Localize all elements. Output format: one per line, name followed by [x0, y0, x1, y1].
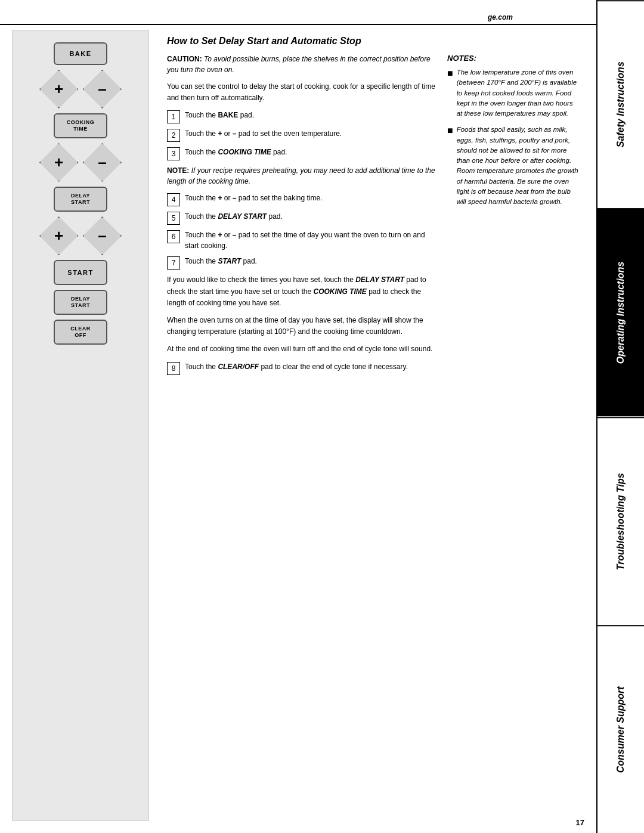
step-2: 2 Touch the + or – pad to set the oven t… [167, 128, 435, 142]
caution-label: CAUTION: [167, 55, 202, 63]
tab-operating-instructions[interactable]: Operating Instructions [597, 208, 644, 416]
tab-troubleshooting-label: Troubleshooting Tips [615, 473, 626, 570]
intro-text: You can set the control to delay the sta… [167, 81, 435, 104]
start-button[interactable]: START [54, 260, 107, 285]
tab-operating-label: Operating Instructions [615, 262, 626, 364]
step-8: 8 Touch the CLEAR/OFF pad to clear the e… [167, 361, 435, 375]
tab-consumer-label: Consumer Support [615, 686, 626, 773]
step-6: 6 Touch the + or – pad to set the time o… [167, 230, 435, 251]
section-title-text: How to Set Delay Start and Automatic Sto… [167, 36, 361, 46]
step-7-num: 7 [167, 256, 180, 270]
step-7: 7 Touch the START pad. [167, 256, 435, 270]
notes-item-2: ■ Foods that spoil easily, such as milk,… [447, 125, 578, 207]
step-5-num: 5 [167, 212, 180, 225]
tab-safety-label: Safety Instructions [615, 62, 626, 148]
notes-text-2: Foods that spoil easily, such as milk, e… [457, 125, 578, 207]
page-number: 17 [576, 818, 584, 827]
clear-off-button[interactable]: CLEAROFF [54, 320, 107, 345]
caution-block: CAUTION: To avoid possible burns, place … [167, 54, 435, 75]
caution-text: To avoid possible burns, place the shelv… [167, 55, 431, 74]
cooking-plus-button[interactable]: + [39, 143, 78, 182]
step-1-text: Touch the BAKE pad. [185, 110, 435, 120]
left-column: CAUTION: To avoid possible burns, place … [167, 54, 435, 380]
step-4-num: 4 [167, 193, 180, 206]
ge-logo: ge.com [488, 13, 513, 21]
step-2-num: 2 [167, 129, 180, 142]
end-text: At the end of cooking time the oven will… [167, 343, 435, 355]
tab-consumer-support[interactable]: Consumer Support [597, 625, 644, 833]
step-6-num: 6 [167, 230, 180, 243]
section-title: How to Set Delay Start and Automatic Sto… [167, 36, 578, 47]
step-8-num: 8 [167, 362, 180, 375]
step-7-text: Touch the START pad. [185, 256, 435, 267]
top-border [0, 24, 644, 25]
step-3: 3 Touch the COOKING TIME pad. [167, 147, 435, 160]
step-6-text: Touch the + or – pad to set the time of … [185, 230, 435, 251]
step-3-num: 3 [167, 147, 180, 160]
step-3-text: Touch the COOKING TIME pad. [185, 147, 435, 157]
bake-plus-minus-row: + – [18, 70, 143, 109]
two-col-layout: CAUTION: To avoid possible burns, place … [167, 54, 578, 380]
delay-plus-minus-row: + – [18, 216, 143, 255]
main-content: How to Set Delay Start and Automatic Sto… [155, 30, 590, 815]
cooking-time-button[interactable]: COOKINGTIME [54, 113, 107, 138]
bake-plus-button[interactable]: + [39, 70, 78, 109]
delay-minus-button[interactable]: – [83, 216, 122, 255]
delay-start-button-2[interactable]: DELAYSTART [54, 290, 107, 315]
notes-item-1: ■ The low temperature zone of this oven … [447, 67, 578, 119]
bake-minus-button[interactable]: – [83, 70, 122, 109]
right-notes-column: NOTES: ■ The low temperature zone of thi… [447, 54, 578, 380]
tab-safety-instructions[interactable]: Safety Instructions [597, 0, 644, 208]
cooking-plus-minus-row: + – [18, 143, 143, 182]
step-8-text: Touch the CLEAR/OFF pad to clear the end… [185, 361, 435, 372]
notes-bullet-1: ■ [447, 69, 453, 119]
step-2-text: Touch the + or – pad to set the oven tem… [185, 128, 435, 139]
step-5-text: Touch the DELAY START pad. [185, 211, 435, 222]
when-on-text: When the oven turns on at the time of da… [167, 315, 435, 337]
step-1: 1 Touch the BAKE pad. [167, 110, 435, 123]
tab-troubleshooting[interactable]: Troubleshooting Tips [597, 417, 644, 625]
left-panel: BAKE + – COOKINGTIME + – DELAYSTART + – … [12, 30, 149, 821]
delay-plus-button[interactable]: + [39, 216, 78, 255]
step-5: 5 Touch the DELAY START pad. [167, 211, 435, 225]
check-text: If you would like to check the times you… [167, 274, 435, 309]
note-block: NOTE: If your recipe requires preheating… [167, 165, 435, 187]
notes-header: NOTES: [447, 54, 578, 63]
cooking-minus-button[interactable]: – [83, 143, 122, 182]
step-1-num: 1 [167, 110, 180, 123]
bake-button[interactable]: BAKE [54, 42, 107, 65]
notes-bullet-2: ■ [447, 126, 453, 207]
notes-text-1: The low temperature zone of this oven (b… [457, 67, 578, 119]
sidebar-right: Safety Instructions Operating Instructio… [596, 0, 644, 833]
step-4: 4 Touch the + or – pad to set the baking… [167, 193, 435, 206]
step-4-text: Touch the + or – pad to set the baking t… [185, 193, 435, 203]
delay-start-button-1[interactable]: DELAYSTART [54, 187, 107, 212]
